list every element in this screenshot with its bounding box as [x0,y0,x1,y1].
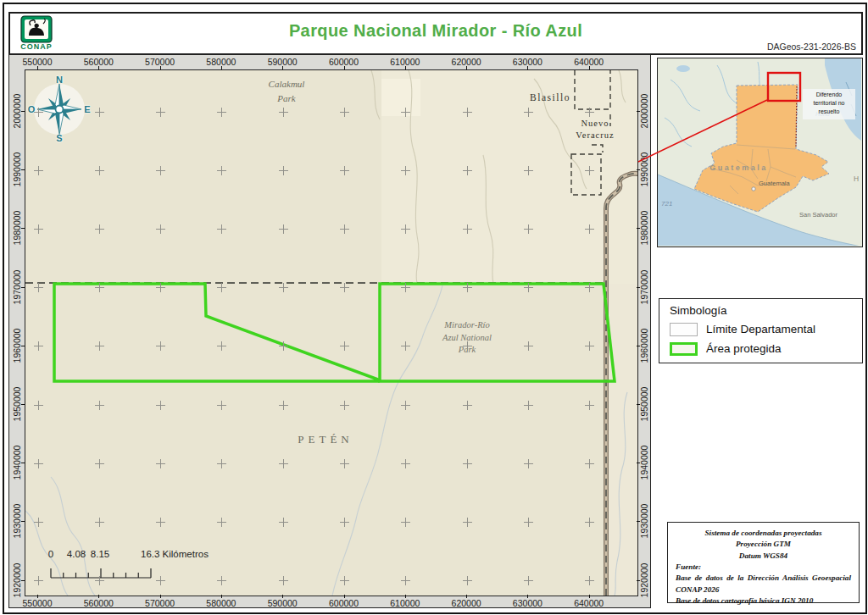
grid-cross [34,283,43,292]
grid-cross [401,518,410,527]
legend-box: Simbología Límite Departamental Área pro… [659,298,863,363]
grid-cross [524,576,533,585]
inset-map: Gu Hond Diferendo territorial no resuelt… [657,58,863,247]
y-axis-tick [637,346,640,346]
grid-cross [95,518,104,527]
grid-cross [401,108,410,117]
label-721: 721 [661,200,672,208]
label-nuevo-veracruz: Nuevo Veracruz [576,118,614,141]
grid-cross [401,224,410,234]
grid-cross [585,224,594,234]
x-axis-tick [466,595,467,598]
y-axis-label-right: 1950000 [639,387,649,422]
legend-swatch-area [670,342,698,356]
grid-cross [95,108,104,117]
x-axis-label-bottom: 570000 [145,598,175,608]
grid-cross [34,576,43,585]
x-axis-tick [98,595,99,598]
scale-label-815: 8.15 [91,549,109,559]
grid-cross [34,166,43,175]
label-calakmul-park: Calakmul Park [269,77,305,106]
grid-cross [279,108,288,117]
grid-cross [34,459,43,468]
x-axis-tick [160,595,161,598]
grid-cross [95,283,104,292]
x-axis-tick [98,66,99,69]
grid-cross [585,166,594,175]
x-axis-tick [221,595,222,598]
grid-cross [585,518,594,527]
x-axis-tick [221,66,222,69]
grid-cross [34,108,43,117]
grid-cross [340,341,349,351]
grid-cross [34,518,43,527]
x-axis-label-bottom: 580000 [206,598,236,608]
legend-item-limite: Límite Departamental [706,323,815,335]
grid-cross [95,341,104,351]
grid-cross [217,283,226,292]
y-axis-label-right: 2000000 [639,94,649,129]
map-frame: N E S O Calakmul Park Blasillo Nuevo Ver… [8,54,651,608]
grid-cross [156,401,165,410]
guatemala-city-marker [752,187,755,191]
x-axis-tick [589,595,590,598]
label-guatemala-country: Guatemala [690,163,787,172]
grid-cross [524,341,533,351]
grid-cross [217,224,226,234]
grid-cross [340,459,349,468]
grid-cross [401,283,410,292]
grid-cross [279,518,288,527]
grid-cross [463,401,472,410]
grid-cross [463,459,472,468]
grid-cross [156,166,165,175]
grid-cross [156,518,165,527]
x-axis-label-bottom: 610000 [390,598,420,608]
grid-cross [95,401,104,410]
compass-label-n: N [56,75,63,85]
grid-cross [156,576,165,585]
x-axis-tick [344,595,345,598]
grid-cross [463,108,472,117]
grid-cross [524,518,533,527]
y-axis-tick [21,521,25,522]
grid-cross [401,576,410,585]
grid-cross [34,401,43,410]
grid-cross [463,341,472,351]
x-axis-label-bottom: 590000 [268,598,298,608]
grid-cross [95,224,104,234]
grid-cross [279,166,288,175]
grid-cross [463,166,472,175]
x-axis-tick [282,595,283,598]
grid-cross [401,341,410,351]
grid-cross [463,518,472,527]
grid-cross [340,224,349,234]
x-axis-tick [527,66,528,69]
y-axis-label-right: 1920000 [639,562,649,597]
scale-label-0: 0 [48,549,53,559]
label-guatemala-city: Guatemala [759,180,790,187]
x-axis-tick [160,66,161,69]
y-axis-label-right: 1940000 [639,446,649,480]
grid-cross [217,341,226,351]
page: CONAP Parque Nacional Mirador - Río Azul… [0,0,868,615]
y-axis-label-right: 1930000 [639,504,649,539]
x-axis-label-bottom: 640000 [574,598,604,608]
doc-code: DAGeos-231-2026-BS [767,42,856,52]
grid-cross [524,459,533,468]
y-axis-tick [21,228,25,229]
y-axis-label-right: 1970000 [639,269,649,304]
grid-cross [340,518,349,527]
credits-coord-system: Sistema de coordenadas proyectadas [676,528,851,539]
grid-cross [95,459,104,468]
grid-cross [524,166,533,175]
y-axis-label-right: 1990000 [639,152,649,187]
compass-label-e: E [84,104,90,114]
y-axis-tick [21,287,25,288]
grid-cross [217,108,226,117]
y-axis-tick [21,463,25,463]
grid-cross [279,401,288,410]
grid-cross [279,341,288,351]
grid-cross [34,341,43,351]
grid-cross [401,166,410,175]
map-canvas: N E S O Calakmul Park Blasillo Nuevo Ver… [25,69,638,596]
